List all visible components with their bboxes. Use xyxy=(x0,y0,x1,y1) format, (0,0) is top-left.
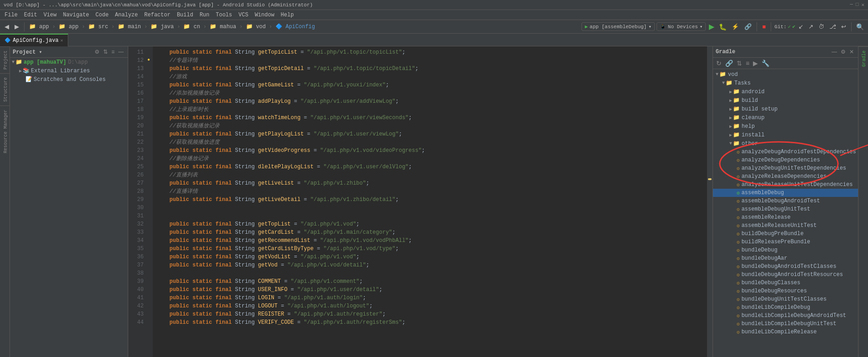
breadcrumb-cn[interactable]: 📁 cn xyxy=(182,22,201,31)
gradle-run-btn[interactable]: ▶ xyxy=(752,59,759,67)
gradle-close-btn[interactable]: ✕ xyxy=(848,48,855,55)
tab-close-btn[interactable]: ✕ xyxy=(60,38,63,43)
gradle-refresh-btn[interactable]: ↻ xyxy=(715,59,723,67)
no-devices-selector[interactable]: 📱 No Devices ▾ xyxy=(657,22,706,31)
gradle-task-bundleDebugAndroidTestResources[interactable]: ⚙ bundleDebugAndroidTestResources xyxy=(713,271,858,279)
gradle-task-label: assembleReleaseUnitTest xyxy=(742,222,817,229)
breadcrumb-mahua[interactable]: 📁 mahua xyxy=(208,22,237,31)
breadcrumb-vod[interactable]: 📁 vod xyxy=(245,22,267,31)
toolbar-back-btn[interactable]: ◀ xyxy=(3,22,11,31)
panel-sync-btn[interactable]: ⇅ xyxy=(102,48,109,55)
profile-button[interactable]: ⚡ xyxy=(730,22,741,31)
gradle-task-analyzeReleaseUnitTestDependencies[interactable]: ⚙ analyzeReleaseUnitTestDependencies xyxy=(713,181,858,189)
breadcrumb-java[interactable]: 📁 java xyxy=(149,22,175,31)
gradle-toggle-btn[interactable]: 🔧 xyxy=(760,59,771,67)
gradle-task-bundleDebug[interactable]: ⚙ bundleDebug xyxy=(713,246,858,254)
run-button[interactable]: ▶ xyxy=(707,22,716,31)
breadcrumb-app2[interactable]: 📁 app xyxy=(57,22,80,31)
maximize-btn[interactable]: □ xyxy=(856,2,859,8)
git-branch-btn[interactable]: ⎇ xyxy=(828,22,838,31)
gradle-task-buildDebugPreBundle[interactable]: ⚙ buildDebugPreBundle xyxy=(713,230,858,238)
menu-tools[interactable]: Tools xyxy=(213,11,235,19)
breadcrumb-apiconfig[interactable]: 🔷 ApiConfig xyxy=(274,22,316,31)
side-tab-resource-manager[interactable]: Resource Manager xyxy=(0,106,10,157)
search-everywhere-btn[interactable]: 🔍 xyxy=(855,23,865,30)
line-numbers: 11 12 13 14 15 16 17 18 19 20 21 22 23 2… xyxy=(128,46,146,357)
gradle-task-bundleLibCompileDebugAndroidTest[interactable]: ⚙ bundleLibCompileDebugAndroidTest xyxy=(713,312,858,320)
gradle-settings-btn[interactable]: ⚙ xyxy=(839,48,847,55)
gradle-help[interactable]: ▶ 📁 help xyxy=(713,122,858,131)
gradle-task-analyzeReleaseDependencies[interactable]: ⚙ analyzeReleaseDependencies xyxy=(713,172,858,181)
breadcrumb-src[interactable]: 📁 src xyxy=(87,22,110,31)
stop-button[interactable]: ■ xyxy=(760,22,768,31)
debug-button[interactable]: 🐛 xyxy=(717,23,728,30)
gradle-expand-btn[interactable]: ⇅ xyxy=(735,59,743,67)
gradle-install[interactable]: ▶ 📁 install xyxy=(713,131,858,139)
title-text: vod [D:\app] - ...\app\src\main\java\cn\… xyxy=(4,2,313,8)
menu-build[interactable]: Build xyxy=(174,11,196,19)
gradle-other[interactable]: ▼ 📁 other xyxy=(713,139,858,148)
tree-item-app[interactable]: ▼ 📁 app [mahuaTV] D:\app xyxy=(10,58,128,66)
gradle-build[interactable]: ▶ 📁 build xyxy=(713,96,858,105)
side-tab-project[interactable]: Project xyxy=(0,46,10,73)
menu-analyze[interactable]: Analyze xyxy=(112,11,140,19)
git-push-btn[interactable]: ↗ xyxy=(807,22,815,31)
toolbar-forward-btn[interactable]: ▶ xyxy=(13,22,21,31)
panel-settings-btn[interactable]: ≡ xyxy=(110,48,116,55)
gradle-task-bundleDebugUnitTestClasses[interactable]: ⚙ bundleDebugUnitTestClasses xyxy=(713,295,858,303)
gradle-minimize-btn[interactable]: — xyxy=(830,48,838,55)
menu-refactor[interactable]: Refactor xyxy=(141,11,173,19)
menu-run[interactable]: Run xyxy=(197,11,212,19)
menu-window[interactable]: Window xyxy=(252,11,277,19)
minimize-btn[interactable]: ─ xyxy=(850,2,853,8)
panel-gear-btn[interactable]: ⚙ xyxy=(93,48,101,55)
close-btn[interactable]: ✕ xyxy=(861,2,864,8)
run-config-selector[interactable]: ▶ app [assembleDebug] ▾ xyxy=(582,22,655,31)
gradle-task-assembleDebugAndroidTest[interactable]: ⚙ assembleDebugAndroidTest xyxy=(713,197,858,205)
gradle-task-bundleDebugClasses[interactable]: ⚙ bundleDebugClasses xyxy=(713,279,858,287)
gradle-task-analyzeDebugUnitTestDependencies[interactable]: ⚙ analyzeDebugUnitTestDependencies xyxy=(713,164,858,172)
git-history-btn[interactable]: ⏱ xyxy=(817,22,826,31)
gradle-task-bundleLibCompileDebugUnitTest[interactable]: ⚙ bundleLibCompileDebugUnitTest xyxy=(713,320,858,328)
gradle-task-buildReleasePreBundle[interactable]: ⚙ buildReleasePreBundle xyxy=(713,238,858,246)
breadcrumb-main[interactable]: 📁 main xyxy=(116,22,142,31)
side-tab-structure[interactable]: Structure xyxy=(0,73,10,106)
code-editor[interactable]: 11 12 13 14 15 16 17 18 19 20 21 22 23 2… xyxy=(128,46,712,357)
menu-code[interactable]: Code xyxy=(93,11,111,19)
gradle-task-assembleDebug[interactable]: ⚙ assembleDebug xyxy=(713,189,858,197)
code-content[interactable]: public static final String getTopicList … xyxy=(153,46,707,357)
gradle-task-bundleDebugResources[interactable]: ⚙ bundleDebugResources xyxy=(713,287,858,295)
menu-edit[interactable]: Edit xyxy=(21,11,40,19)
gradle-android[interactable]: ▶ 📁 android xyxy=(713,87,858,96)
git-rollback-btn[interactable]: ↩ xyxy=(839,22,848,31)
gradle-task-bundleLibCompileRelease[interactable]: ⚙ bundleLibCompileRelease xyxy=(713,328,858,336)
gradle-task-assembleRelease[interactable]: ⚙ assembleRelease xyxy=(713,213,858,221)
tab-apiconfig[interactable]: 🔷 ApiConfig.java ✕ xyxy=(0,34,68,46)
menu-file[interactable]: File xyxy=(2,11,20,19)
breadcrumb-app1[interactable]: 📁 app xyxy=(28,22,50,31)
git-update-btn[interactable]: ↙ xyxy=(797,22,805,31)
gradle-link-btn[interactable]: 🔗 xyxy=(724,59,734,67)
tree-item-external-libs[interactable]: ▶ 📚 External Libraries xyxy=(10,66,128,75)
gradle-task-bundleLibCompileDebug[interactable]: ⚙ bundleLibCompileDebug xyxy=(713,303,858,312)
tree-label-app: app [mahuaTV] xyxy=(24,59,66,65)
panel-collapse-btn[interactable]: — xyxy=(117,48,125,55)
menu-view[interactable]: View xyxy=(41,11,60,19)
gradle-task-assembleReleaseUnitTest[interactable]: ⚙ assembleReleaseUnitTest xyxy=(713,221,858,230)
gradle-build-setup[interactable]: ▶ 📁 build setup xyxy=(713,105,858,113)
gradle-task-bundleDebugAndroidTestClasses[interactable]: ⚙ bundleDebugAndroidTestClasses xyxy=(713,262,858,271)
gradle-cleanup[interactable]: ▶ 📁 cleanup xyxy=(713,113,858,122)
gradle-task-assembleDebugUnitTest[interactable]: ⚙ assembleDebugUnitTest xyxy=(713,205,858,213)
menu-vcs[interactable]: VCS xyxy=(236,11,251,19)
menu-navigate[interactable]: Navigate xyxy=(60,11,92,19)
gradle-collapse-btn[interactable]: ≡ xyxy=(744,59,751,67)
tree-item-scratches[interactable]: 📝 Scratches and Consoles xyxy=(10,75,128,84)
gradle-task-analyzeDebugAndroidTestDependencies[interactable]: ⚙ analyzeDebugAndroidTestDependencies xyxy=(713,148,858,156)
menu-help[interactable]: Help xyxy=(278,11,296,19)
gradle-task-bundleDebugAar[interactable]: ⚙ bundleDebugAar xyxy=(713,254,858,262)
gradle-task-analyzeDebugDependencies[interactable]: ⚙ analyzeDebugDependencies xyxy=(713,156,858,164)
gradle-tasks[interactable]: ▼ 📁 Tasks xyxy=(713,79,858,87)
attach-button[interactable]: 🔗 xyxy=(743,22,753,31)
side-tab-gradle[interactable]: Gradle xyxy=(858,46,868,70)
gradle-vod-root[interactable]: ▼ 📁 vod xyxy=(713,70,858,79)
